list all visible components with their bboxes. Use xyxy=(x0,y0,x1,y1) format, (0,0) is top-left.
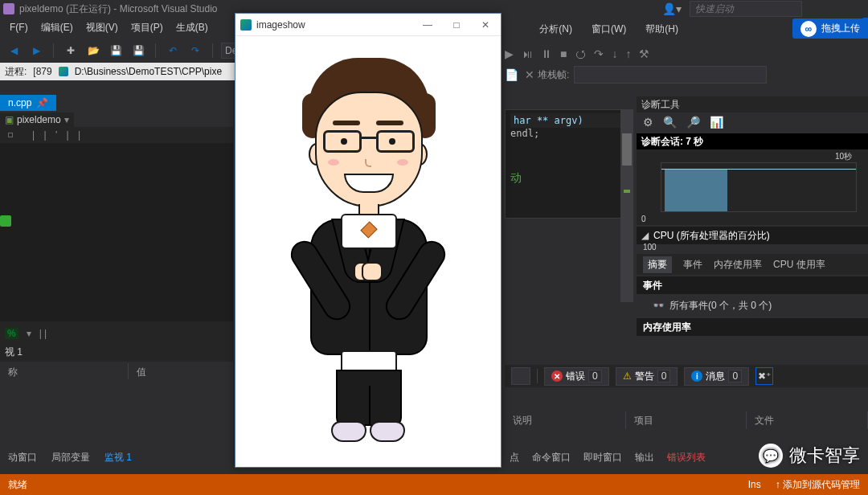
watermark-text: 微卡智享 xyxy=(789,444,860,468)
step-over-icon[interactable]: ↷ xyxy=(594,47,604,60)
tab-output[interactable]: 输出 xyxy=(632,451,657,464)
dtab-events[interactable]: 事件 xyxy=(683,258,702,272)
diag-events-header: 事件 xyxy=(637,276,868,294)
stop-icon[interactable]: ■ xyxy=(560,47,567,60)
zoom-out-icon[interactable]: 🔎 xyxy=(686,116,700,129)
maximize-button[interactable]: □ xyxy=(446,19,467,31)
editor-body-left[interactable] xyxy=(0,143,233,329)
diag-memory-header-text: 内存使用率 xyxy=(643,321,691,334)
error-list-toolbar: ✕ 错误 0 ⚠ 警告 0 i 消息 0 ✖⁺ xyxy=(505,365,868,387)
break-icon[interactable]: ⏸ xyxy=(541,47,552,60)
pin-icon[interactable]: 📌 xyxy=(36,97,48,108)
account-icon[interactable]: 👤▾ xyxy=(662,2,682,15)
close-button[interactable]: ✕ xyxy=(475,19,496,31)
diag-events-row[interactable]: 👓 所有事件(0 个，共 0 个) xyxy=(637,296,868,315)
errcol-project[interactable]: 项目 xyxy=(626,411,747,429)
stack-frame-dropdown[interactable] xyxy=(574,66,767,84)
popup-app-icon xyxy=(240,19,252,31)
tab-immediate[interactable]: 即时窗口 xyxy=(580,451,625,464)
tab-error-list[interactable]: 错误列表 xyxy=(664,451,709,464)
diagnostic-memory-chart[interactable]: 10秒 0 xyxy=(637,149,868,225)
errors-chip[interactable]: ✕ 错误 0 xyxy=(544,367,609,386)
gear-icon[interactable]: ⚙ xyxy=(643,116,653,129)
quick-launch-input[interactable] xyxy=(690,1,802,17)
redo-icon[interactable]: ↷ xyxy=(186,42,204,59)
watch-window-title: 视 1 xyxy=(0,346,233,362)
watch-col-name[interactable]: 称 xyxy=(0,363,129,379)
menu-edit[interactable]: 编辑(E) xyxy=(35,18,80,37)
collapse-icon[interactable]: ◢ xyxy=(641,230,649,241)
messages-chip[interactable]: i 消息 0 xyxy=(684,367,749,386)
editor-scrollbar[interactable] xyxy=(620,109,633,302)
errorlist-scope-dropdown[interactable] xyxy=(511,367,530,385)
menu-build[interactable]: 生成(B) xyxy=(170,18,215,37)
tab-command[interactable]: 命令窗口 xyxy=(529,451,574,464)
timeline-footer: % ▾ | | xyxy=(0,321,233,346)
nav-back-icon[interactable]: ◀ xyxy=(5,42,23,59)
play-icon[interactable]: ▶ xyxy=(505,47,514,60)
tab-watch1[interactable]: 监视 1 xyxy=(101,451,135,464)
thread-icon[interactable]: 📄 xyxy=(505,68,518,81)
ruler-marks: | | ' | | xyxy=(32,129,84,141)
save-all-icon[interactable]: 💾 xyxy=(129,42,147,59)
cpu-section-header[interactable]: ◢ CPU (所有处理器的百分比) xyxy=(637,227,868,244)
process-path: D:\Business\DemoTEST\CPP\pixe xyxy=(75,66,222,77)
tab-locals[interactable]: 局部变量 xyxy=(48,451,93,464)
chart-series-line xyxy=(661,169,856,170)
process-band: 进程: [879 D:\Business\DemoTEST\CPP\pixe xyxy=(0,63,235,80)
zoom-percent[interactable]: % xyxy=(5,328,18,339)
menu-analyze[interactable]: 分析(N) xyxy=(534,22,577,36)
tab-breakpoints[interactable]: 点 xyxy=(506,451,522,464)
editor-tab-active[interactable]: n.cpp 📌 xyxy=(0,95,57,111)
debug-toolbar: ▶ ⏯ ⏸ ■ ⭯ ↷ ↓ ↑ ⚒ xyxy=(505,42,804,66)
errcol-description[interactable]: 说明 xyxy=(505,411,626,429)
editor-body-right[interactable]: har ** argv) endl; 动 xyxy=(505,109,633,219)
menu-file[interactable]: F(F) xyxy=(3,18,35,37)
debug-tools-icon[interactable]: ⚒ xyxy=(639,47,649,60)
restart-icon[interactable]: ⭯ xyxy=(575,47,586,60)
popup-body xyxy=(235,36,501,467)
zoom-in-icon[interactable]: 🔍 xyxy=(663,116,677,129)
diag-events-row-text: 所有事件(0 个，共 0 个) xyxy=(669,299,772,313)
messages-label: 消息 xyxy=(706,370,725,383)
status-add-source-control[interactable]: ↑ 添加到源代码管理 xyxy=(776,478,860,492)
image-popup-window[interactable]: imageshow — □ ✕ xyxy=(235,13,502,468)
messages-count: 0 xyxy=(728,370,742,382)
menu-view[interactable]: 视图(V) xyxy=(80,18,125,37)
menu-help[interactable]: 帮助(H) xyxy=(641,22,683,36)
errcol-file[interactable]: 文件 xyxy=(747,411,868,429)
continue-icon[interactable]: ⏯ xyxy=(522,47,533,60)
errors-count: 0 xyxy=(588,370,602,382)
toolbar-separator xyxy=(212,43,213,58)
scroll-thumb[interactable] xyxy=(622,133,632,166)
process-pid: [879 xyxy=(33,66,51,77)
dtab-summary[interactable]: 摘要 xyxy=(643,256,672,273)
status-ins[interactable]: Ins xyxy=(748,479,761,490)
menu-window[interactable]: 窗口(W) xyxy=(587,22,631,36)
dtab-memory[interactable]: 内存使用率 xyxy=(714,258,762,272)
minimize-button[interactable]: — xyxy=(417,19,438,31)
nav-fwd-icon[interactable]: ▶ xyxy=(27,42,45,59)
warnings-chip[interactable]: ⚠ 警告 0 xyxy=(616,367,678,386)
step-into-icon[interactable]: ↓ xyxy=(612,47,617,60)
diagnostic-tabs: 摘要 事件 内存使用率 CPU 使用率 xyxy=(637,254,868,275)
window-title: pixeldemo (正在运行) - Microsoft Visual Stud… xyxy=(19,2,218,16)
tab-auto-window[interactable]: 动窗口 xyxy=(5,451,40,464)
popup-titlebar[interactable]: imageshow — □ ✕ xyxy=(235,14,501,36)
dtab-cpu[interactable]: CPU 使用率 xyxy=(773,258,825,272)
cpu-chart-icon[interactable]: 📊 xyxy=(710,116,723,129)
step-out-icon[interactable]: ↑ xyxy=(625,47,631,60)
info-icon: i xyxy=(691,370,702,382)
timeline-dropdown-icon[interactable]: ▾ xyxy=(27,328,31,339)
breadcrumb[interactable]: ▣ pixeldemo ▾ xyxy=(0,112,74,127)
save-icon[interactable]: 💾 xyxy=(107,42,125,59)
open-file-icon[interactable]: 📂 xyxy=(84,42,102,59)
chevron-down-icon: ▾ xyxy=(64,114,69,125)
breakpoint-marker-icon[interactable] xyxy=(0,215,11,227)
undo-icon[interactable]: ↶ xyxy=(164,42,182,59)
project-icon: ▣ xyxy=(5,114,14,125)
shuffle-icon[interactable]: ✕ xyxy=(525,68,534,81)
filter-button[interactable]: ✖⁺ xyxy=(755,367,773,385)
menu-project[interactable]: 项目(P) xyxy=(125,18,170,37)
new-file-icon[interactable]: ✚ xyxy=(62,42,80,59)
